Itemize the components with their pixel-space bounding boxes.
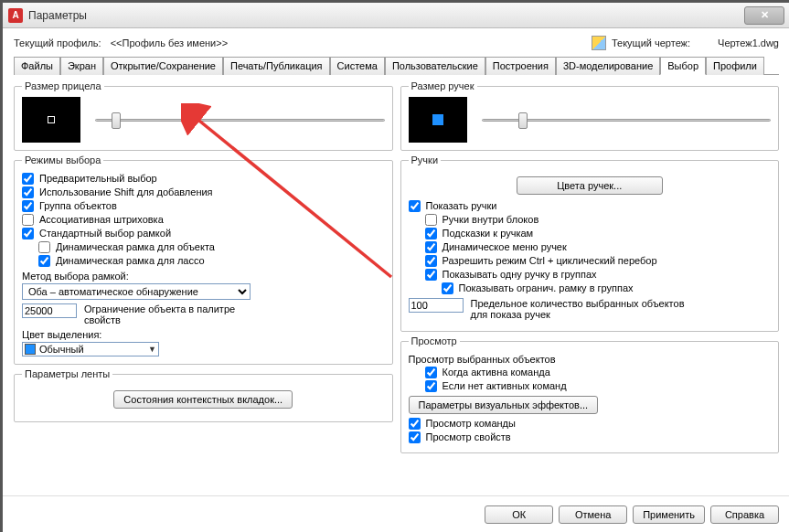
selection-modes-group: Режимы выбора Предварительный выборИспол… bbox=[14, 154, 393, 365]
chk-Показать ручки[interactable] bbox=[409, 200, 421, 212]
pickbox-slider[interactable] bbox=[95, 111, 385, 129]
lbl-Показывать одну ручку в группах: Показывать одну ручку в группах bbox=[442, 269, 597, 281]
grip-limit-input[interactable] bbox=[409, 298, 464, 313]
tab-Система[interactable]: Система bbox=[330, 57, 385, 75]
palette-limit-label: Ограничение объекта в палитре свойств bbox=[84, 303, 258, 325]
tab-Печать/Публикация[interactable]: Печать/Публикация bbox=[223, 57, 330, 75]
titlebar: A Параметры ✕ bbox=[3, 3, 789, 28]
ribbon-legend: Параметры ленты bbox=[22, 368, 112, 379]
pickbox-size-group: Размер прицела bbox=[14, 80, 393, 151]
chk-Динамическая рамка для объекта[interactable] bbox=[38, 241, 50, 253]
lbl-Предварительный выбор: Предварительный выбор bbox=[39, 173, 157, 185]
lbl-Динамическое меню ручек: Динамическое меню ручек bbox=[442, 241, 567, 253]
chk-property-preview[interactable] bbox=[409, 431, 421, 443]
highlight-color-label: Цвет выделения: bbox=[22, 329, 385, 340]
lbl-when-cmd-active: Когда активна команда bbox=[442, 367, 550, 378]
ok-button[interactable]: ОК bbox=[485, 505, 553, 524]
ribbon-options-group: Параметры ленты Состояния контекстных вк… bbox=[14, 368, 393, 422]
chk-Разрешить режим Ctrl + циклический перебор[interactable] bbox=[425, 255, 437, 267]
tab-Профили[interactable]: Профили bbox=[706, 57, 764, 75]
grip-slider[interactable] bbox=[482, 111, 772, 129]
grip-size-group: Размер ручек bbox=[400, 80, 780, 151]
tab-Выбор[interactable]: Выбор bbox=[660, 57, 706, 75]
tab-Пользовательские[interactable]: Пользовательские bbox=[385, 57, 485, 75]
selection-modes-legend: Режимы выбора bbox=[22, 154, 103, 165]
app-icon: A bbox=[8, 8, 23, 23]
lbl-Показывать огранич. рамку в группах: Показывать огранич. рамку в группах bbox=[459, 282, 634, 294]
window-method-label: Метод выбора рамкой: bbox=[22, 271, 385, 282]
grips-group: Ручки Цвета ручек... Показать ручкиРучки… bbox=[400, 154, 780, 332]
window-method-select[interactable]: Оба – автоматическое обнаружение bbox=[22, 283, 251, 300]
preview-legend: Просмотр bbox=[409, 335, 460, 346]
chk-Подсказки к ручкам[interactable] bbox=[425, 228, 437, 239]
chk-when-no-cmd[interactable] bbox=[425, 380, 437, 392]
current-drawing-name: Чертеж1.dwg bbox=[718, 37, 779, 48]
tab-3D-моделирование[interactable]: 3D-моделирование bbox=[556, 57, 660, 75]
highlight-color-select[interactable]: Обычный ▼ bbox=[22, 342, 159, 356]
grips-legend: Ручки bbox=[409, 154, 442, 165]
drawing-icon bbox=[592, 36, 606, 50]
current-profile-label: Текущий профиль: bbox=[14, 37, 101, 48]
tab-Открытие/Сохранение[interactable]: Открытие/Сохранение bbox=[103, 57, 223, 75]
lbl-Разрешить режим Ctrl + циклический перебор: Разрешить режим Ctrl + циклический переб… bbox=[442, 255, 657, 267]
chk-Ручки внутри блоков[interactable] bbox=[425, 214, 437, 226]
lbl-Подсказки к ручкам: Подсказки к ручкам bbox=[442, 228, 534, 239]
chk-Показывать одну ручку в группах[interactable] bbox=[425, 269, 437, 281]
help-button[interactable]: Справка bbox=[710, 505, 779, 524]
lbl-Показать ручки: Показать ручки bbox=[426, 200, 497, 212]
cancel-button[interactable]: Отмена bbox=[559, 505, 627, 524]
lbl-Динамическая рамка для лассо: Динамическая рамка для лассо bbox=[56, 255, 205, 267]
apply-button[interactable]: Применить bbox=[633, 505, 705, 524]
lbl-Ручки внутри блоков: Ручки внутри блоков bbox=[442, 214, 539, 226]
tab-Построения[interactable]: Построения bbox=[485, 57, 556, 75]
chk-Предварительный выбор[interactable] bbox=[22, 173, 34, 185]
chk-Динамическое меню ручек[interactable] bbox=[425, 241, 437, 253]
contextual-tab-states-button[interactable]: Состояния контекстных вкладок... bbox=[113, 390, 293, 409]
palette-limit-input[interactable] bbox=[22, 303, 77, 318]
grip-limit-label: Предельное количество выбранных объектов… bbox=[471, 298, 690, 320]
chevron-down-icon: ▼ bbox=[148, 345, 156, 354]
chk-Использование Shift для добавления[interactable] bbox=[22, 186, 34, 198]
color-swatch-icon bbox=[25, 344, 36, 355]
window-title: Параметры bbox=[28, 9, 87, 22]
lbl-Стандартный выбор рамкой: Стандартный выбор рамкой bbox=[39, 228, 171, 239]
grip-colors-button[interactable]: Цвета ручек... bbox=[517, 176, 663, 195]
lbl-Группа объектов: Группа объектов bbox=[39, 200, 117, 212]
pickbox-legend: Размер прицела bbox=[22, 80, 104, 91]
chk-Стандартный выбор рамкой[interactable] bbox=[22, 228, 34, 239]
close-button[interactable]: ✕ bbox=[744, 6, 784, 25]
chk-Ассоциативная штриховка[interactable] bbox=[22, 214, 34, 226]
chk-Показывать огранич. рамку в группах[interactable] bbox=[442, 282, 453, 294]
lbl-Ассоциативная штриховка: Ассоциативная штриховка bbox=[39, 214, 164, 226]
chk-when-cmd-active[interactable] bbox=[425, 367, 437, 378]
current-profile-name: <<Профиль без имени>> bbox=[111, 37, 228, 48]
tab-strip: ФайлыЭкранОткрытие/СохранениеПечать/Публ… bbox=[14, 56, 779, 75]
profile-info-row: Текущий профиль: <<Профиль без имени>> Т… bbox=[14, 36, 779, 50]
lbl-command-preview: Просмотр команды bbox=[426, 418, 516, 430]
lbl-Динамическая рамка для объекта: Динамическая рамка для объекта bbox=[56, 241, 215, 253]
visual-effects-button[interactable]: Параметры визуальных эффектов... bbox=[409, 396, 599, 414]
selection-preview-heading: Просмотр выбранных объектов bbox=[409, 354, 772, 365]
current-drawing-label: Текущий чертеж: bbox=[612, 37, 690, 48]
chk-Динамическая рамка для лассо[interactable] bbox=[38, 255, 50, 267]
pickbox-preview bbox=[22, 97, 80, 143]
tab-Экран[interactable]: Экран bbox=[60, 57, 103, 75]
lbl-when-no-cmd: Если нет активных команд bbox=[442, 380, 567, 392]
grip-preview bbox=[409, 97, 467, 143]
chk-command-preview[interactable] bbox=[409, 418, 421, 430]
lbl-Использование Shift для добавления: Использование Shift для добавления bbox=[39, 186, 213, 198]
grip-size-legend: Размер ручек bbox=[409, 80, 477, 91]
highlight-color-value: Обычный bbox=[39, 344, 84, 355]
tab-Файлы[interactable]: Файлы bbox=[14, 57, 60, 75]
preview-group: Просмотр Просмотр выбранных объектов Ког… bbox=[400, 335, 780, 453]
dialog-footer: ОК Отмена Применить Справка bbox=[3, 495, 789, 532]
chk-Группа объектов[interactable] bbox=[22, 200, 34, 212]
options-dialog: A Параметры ✕ Текущий профиль: <<Профиль… bbox=[2, 2, 789, 532]
lbl-property-preview: Просмотр свойств bbox=[426, 431, 511, 443]
